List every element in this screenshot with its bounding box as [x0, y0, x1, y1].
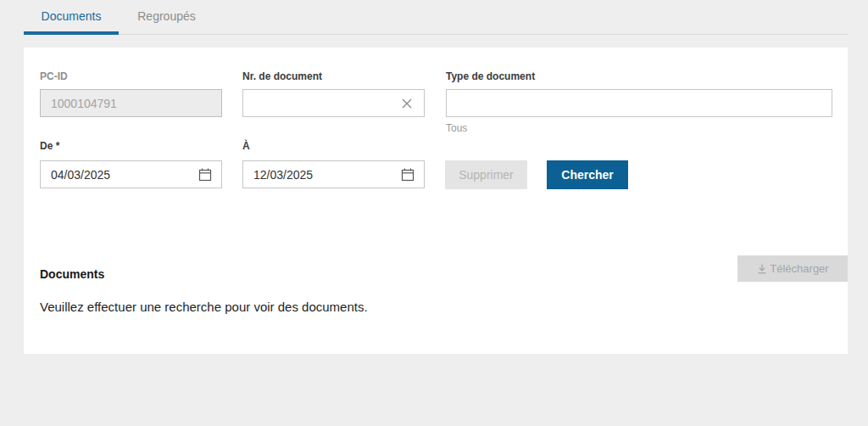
pc-id-label: PC-ID [40, 70, 68, 82]
results-heading: Documents [40, 267, 104, 281]
doc-type-input[interactable] [446, 89, 832, 117]
pc-id-input [40, 89, 222, 117]
tab-documents[interactable]: Documents [24, 0, 119, 31]
x-clear-icon[interactable] [398, 94, 416, 113]
results-empty-message: Veuillez effectuer une recherche pour vo… [40, 300, 368, 314]
doc-number-label: Nr. de document [242, 70, 322, 82]
active-tab-underline [24, 31, 119, 35]
documents-search-page: Documents Regroupés PC-ID Nr. de documen… [0, 0, 868, 426]
tabbar-divider [24, 34, 848, 35]
date-to-input[interactable] [242, 160, 425, 188]
telecharger-button-label: Télécharger [770, 262, 828, 275]
supprimer-button: Supprimer [445, 160, 527, 189]
chercher-button[interactable]: Chercher [547, 160, 628, 189]
telecharger-button: Télécharger [737, 255, 848, 282]
date-from-label: De * [40, 140, 59, 152]
doc-type-hint: Tous [446, 122, 467, 134]
x-clear-icon-glyph [400, 97, 414, 110]
date-to-label: À [242, 140, 250, 152]
calendar-icon-glyph [400, 167, 415, 182]
doc-type-label: Type de document [446, 70, 535, 82]
date-from-input[interactable] [40, 160, 222, 188]
download-icon [756, 263, 768, 275]
tab-regroupes[interactable]: Regroupés [119, 0, 214, 31]
calendar-icon-glyph [198, 167, 213, 182]
search-card: PC-ID Nr. de document Type de document T… [24, 48, 848, 354]
date-from-calendar-icon[interactable] [196, 165, 214, 184]
date-to-calendar-icon[interactable] [398, 165, 417, 184]
